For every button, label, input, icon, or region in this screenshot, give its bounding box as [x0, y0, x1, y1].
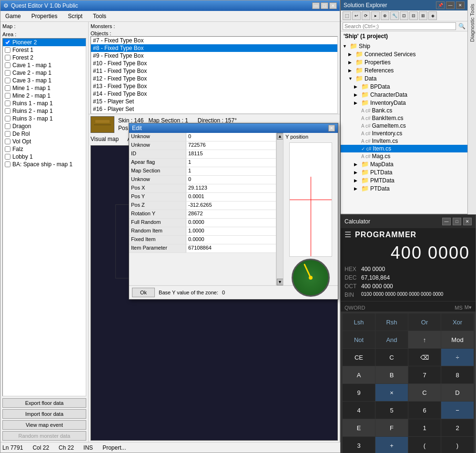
area-item-mine1[interactable]: Mine 1 - map 1 [3, 84, 86, 92]
calc-or[interactable]: Or [408, 313, 441, 331]
export-floor-btn[interactable]: Export floor data [2, 398, 86, 408]
calc-a[interactable]: A [343, 366, 375, 383]
area-checkbox-cave3[interactable] [5, 78, 10, 83]
calc-8[interactable]: 8 [441, 366, 474, 383]
se-node-ptdata[interactable]: ▶ 📁 PTData [341, 184, 467, 192]
area-checkbox-volopt[interactable] [5, 139, 10, 144]
dialog-scrollbar[interactable]: ▲ ▼ [276, 133, 283, 285]
area-checkbox-lobby1[interactable] [5, 154, 10, 160]
calc-f[interactable]: F [375, 419, 408, 436]
calc-3[interactable]: 3 [343, 437, 375, 453]
area-checkbox-forest1[interactable] [5, 47, 10, 53]
calc-4[interactable]: 4 [343, 402, 375, 419]
se-node-characterdata[interactable]: ▶ 📁 CharacterData [341, 91, 467, 99]
calc-xor[interactable]: Xor [441, 313, 474, 331]
area-checkbox-falz[interactable] [5, 146, 10, 152]
area-item-forest2[interactable]: Forest 2 [3, 54, 86, 61]
calc-e[interactable]: E [343, 419, 375, 436]
import-floor-btn[interactable]: Import floor data [2, 409, 86, 419]
se-node-gameitem-cs[interactable]: A c# GameItem.cs [341, 122, 467, 130]
calc-d[interactable]: D [441, 384, 474, 401]
area-checkbox-cave1[interactable] [5, 62, 10, 68]
se-tool-8[interactable]: ⊟ [409, 11, 418, 20]
area-item-ruins3[interactable]: Ruins 3 - map 1 [3, 115, 86, 122]
se-node-bank-cs[interactable]: A c# Bank.cs [341, 107, 467, 114]
area-item-volopt[interactable]: Vol Opt [3, 138, 86, 145]
area-checkbox-cave2[interactable] [5, 70, 10, 76]
se-tool-5[interactable]: ⊕ [381, 11, 389, 20]
calc-5[interactable]: 5 [375, 402, 408, 419]
area-checkbox-forest2[interactable] [5, 55, 10, 60]
hamburger-icon[interactable]: ☰ [344, 230, 351, 239]
se-node-item-cs[interactable]: ✓ c# Item.cs [341, 145, 467, 152]
calc-close-button[interactable]: ✕ [463, 218, 472, 225]
diagnostic-tools-label[interactable]: Diagnostic Tools [468, 0, 476, 46]
object-item-14[interactable]: #14 - Fixed Type Box [91, 90, 337, 98]
dialog-close-button[interactable]: ✕ [328, 125, 335, 131]
area-list[interactable]: Pioneer 2 Forest 1 Forest 2 Cave 1 - map… [2, 38, 86, 396]
se-node-mag-cs[interactable]: A c# Mag.cs [341, 152, 467, 160]
object-item-10[interactable]: #10 - Fixed Type Box [91, 60, 337, 67]
se-tool-2[interactable]: ↩ [352, 11, 361, 20]
calc-maximize-button[interactable]: □ [453, 218, 461, 225]
area-item-pioneer2[interactable]: Pioneer 2 [3, 39, 86, 46]
calc-minus[interactable]: − [441, 402, 474, 419]
area-item-cave2[interactable]: Cave 2 - map 1 [3, 69, 86, 77]
calc-mod[interactable]: Mod [441, 331, 474, 348]
object-item-9[interactable]: #9 - Fixed Type Box [91, 52, 337, 60]
calc-minimize-button[interactable]: — [442, 218, 451, 225]
area-item-derol[interactable]: De Rol [3, 130, 86, 138]
object-item-8[interactable]: #8 - Fixed Type Box [91, 44, 337, 52]
view-map-event-btn[interactable]: View map event [2, 420, 86, 430]
area-checkbox-ruins1[interactable] [5, 101, 10, 106]
se-close-button[interactable]: ✕ [456, 1, 465, 9]
area-checkbox-derol[interactable] [5, 131, 10, 137]
object-item-11[interactable]: #11 - Fixed Type Box [91, 67, 337, 75]
maximize-button[interactable]: □ [321, 2, 328, 9]
se-tool-3[interactable]: ⟳ [362, 11, 370, 20]
area-item-dragon[interactable]: Dragon [3, 122, 86, 130]
area-checkbox-dragon[interactable] [5, 123, 10, 129]
se-node-inventorydata[interactable]: ▶ 📁 InventoryData [341, 99, 467, 107]
ok-button[interactable]: Ok [132, 288, 155, 297]
calc-up[interactable]: ↑ [408, 331, 441, 348]
menu-game[interactable]: Game [2, 12, 24, 20]
calc-and[interactable]: And [375, 331, 408, 348]
area-item-cave1[interactable]: Cave 1 - map 1 [3, 61, 86, 69]
menu-properties[interactable]: Properties [29, 12, 61, 20]
se-node-bpdata[interactable]: ▶ 📁 BPData [341, 82, 467, 91]
se-node-pmtdata[interactable]: ▶ 📁 PMTData [341, 176, 467, 184]
object-item-16[interactable]: #16 - Player Set [91, 105, 337, 113]
area-item-mine2[interactable]: Mine 2 - map 1 [3, 92, 86, 100]
calc-not[interactable]: Not [343, 331, 375, 348]
area-checkbox-pioneer2[interactable] [5, 40, 10, 45]
calc-divide[interactable]: ÷ [441, 349, 474, 366]
calc-backspace[interactable]: ⌫ [408, 349, 441, 366]
scroll-track[interactable] [277, 140, 283, 279]
area-checkbox-mine1[interactable] [5, 85, 10, 91]
calc-6[interactable]: 6 [408, 402, 441, 419]
se-node-mapdata[interactable]: ▶ 📁 MapData [341, 160, 467, 168]
scroll-down-arrow[interactable]: ▼ [277, 279, 284, 285]
calc-paren-close[interactable]: ) [441, 437, 474, 453]
calc-9[interactable]: 9 [343, 384, 375, 401]
diagnostic-tools-panel[interactable]: Diagnostic Tools [467, 0, 476, 214]
random-monster-btn[interactable]: Random monster data [2, 431, 86, 441]
calc-multiply[interactable]: × [375, 384, 408, 401]
se-search-input[interactable] [343, 22, 456, 30]
calc-plus[interactable]: + [375, 437, 408, 453]
calc-lsh[interactable]: Lsh [343, 313, 375, 331]
close-button[interactable]: ✕ [329, 2, 337, 9]
calc-2[interactable]: 2 [441, 419, 474, 436]
se-tool-1[interactable]: ⬚ [343, 11, 351, 20]
calc-b[interactable]: B [375, 366, 408, 383]
se-minimize-button[interactable]: — [446, 1, 455, 9]
objects-list[interactable]: #7 - Fixed Type Box #8 - Fixed Type Box … [91, 36, 338, 114]
area-checkbox-ruins3[interactable] [5, 116, 10, 121]
se-node-properties[interactable]: ▶ 📁 Properties [341, 58, 467, 66]
area-item-spaceship[interactable]: BA: Space ship - map 1 [3, 161, 86, 168]
area-item-lobby1[interactable]: Lobby 1 [3, 153, 86, 161]
area-checkbox-ruins2[interactable] [5, 108, 10, 114]
se-node-references[interactable]: ▶ 📁 References [341, 66, 467, 74]
area-item-forest1[interactable]: Forest 1 [3, 46, 86, 54]
